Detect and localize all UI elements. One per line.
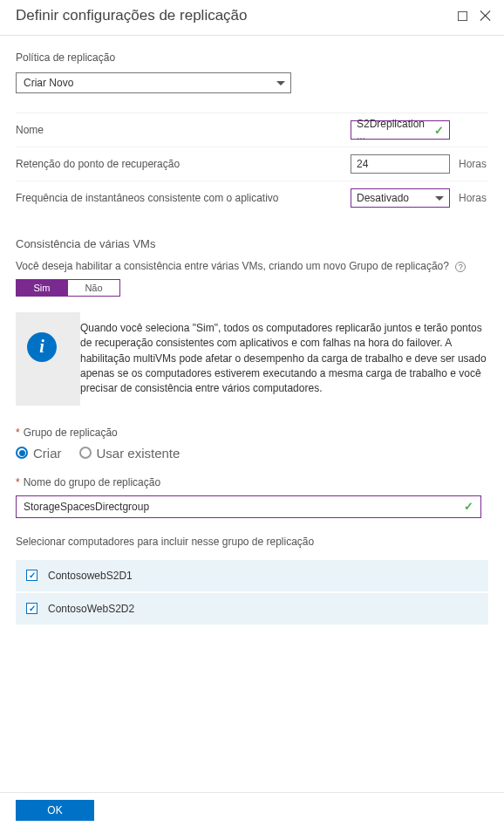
info-letter: i [39,337,44,357]
row-freq: Frequência de instantâneos consistente c… [16,181,488,215]
form-rows: Nome S2Dreplication ... ✓ Retenção do po… [16,113,488,215]
retention-label: Retenção do ponto de recuperação [16,158,180,170]
retention-unit: Horas [459,158,488,170]
info-text: Quando você seleciona "Sim", todos os co… [80,312,488,406]
blade-content: Política de replicação Criar Novo Nome S… [0,36,504,625]
group-name-label: *Nome do grupo de replicação [16,476,488,488]
name-value: S2Dreplication ... [357,118,434,142]
computer-row[interactable]: ContosowebS2D1 [16,560,488,591]
info-banner: i Quando você seleciona "Sim", todos os … [16,312,488,406]
toggle-yes[interactable]: Sim [16,279,68,297]
chevron-down-icon [435,196,444,201]
ok-button[interactable]: OK [16,800,94,821]
freq-value: Desativado [357,192,409,204]
name-input[interactable]: S2Dreplication ... ✓ [351,120,450,140]
freq-dropdown[interactable]: Desativado [351,188,450,208]
multivm-question: Você deseja habilitar a consistência ent… [16,259,488,274]
row-name: Nome S2Dreplication ... ✓ [16,113,488,147]
close-icon[interactable] [480,10,492,22]
group-label: *Grupo de replicação [16,427,488,439]
freq-unit: Horas [459,192,488,204]
radio-icon-checked [16,447,28,459]
radio-icon-unchecked [79,447,92,459]
required-marker: * [16,427,20,439]
group-name-input[interactable]: StorageSpacesDirectgroup ✓ [16,495,481,518]
policy-label: Política de replicação [16,51,488,64]
maximize-icon[interactable] [458,11,467,21]
checkbox-checked[interactable] [26,603,37,614]
check-icon: ✓ [464,500,473,513]
info-icon: i [27,332,57,362]
group-name-label-text: Nome do grupo de replicação [24,476,160,488]
footer: OK [0,792,504,833]
radio-existing-label: Usar existente [97,446,180,461]
computer-row[interactable]: ContosoWebS2D2 [16,593,488,625]
computer-name: ContosowebS2D1 [48,570,133,582]
blade-header: Definir configurações de replicação [0,0,504,36]
group-label-text: Grupo de replicação [24,427,118,439]
blade-title: Definir configurações de replicação [16,7,248,24]
checkbox-checked[interactable] [26,570,37,581]
radio-create[interactable]: Criar [16,446,62,461]
group-radio-row: Criar Usar existente [16,446,488,461]
chevron-down-icon [276,81,285,85]
info-icon-col: i [16,312,68,382]
help-icon[interactable]: ? [455,262,466,272]
retention-input[interactable]: 24 [351,154,450,174]
radio-existing[interactable]: Usar existente [79,446,180,461]
multivm-section: Consistência de várias VMs Você deseja h… [16,237,488,406]
multivm-toggle: Sim Não [16,279,488,297]
multivm-title: Consistência de várias VMs [16,237,488,250]
computer-name: ContosoWebS2D2 [48,603,134,615]
check-icon: ✓ [434,124,444,137]
select-computers-label: Selecionar computadores para incluir nes… [16,536,488,548]
freq-label: Frequência de instantâneos consistente c… [16,192,279,204]
header-controls [458,10,492,22]
row-retention: Retenção do ponto de recuperação 24 Hora… [16,147,488,181]
group-name-value: StorageSpacesDirectgroup [24,501,149,513]
policy-dropdown[interactable]: Criar Novo [16,72,291,93]
required-marker: * [16,476,20,488]
name-label: Nome [16,124,44,136]
toggle-no[interactable]: Não [68,279,120,297]
retention-value: 24 [357,158,368,170]
radio-create-label: Criar [33,446,62,461]
policy-value: Criar Novo [24,77,73,89]
multivm-question-text: Você deseja habilitar a consistência ent… [16,260,449,272]
